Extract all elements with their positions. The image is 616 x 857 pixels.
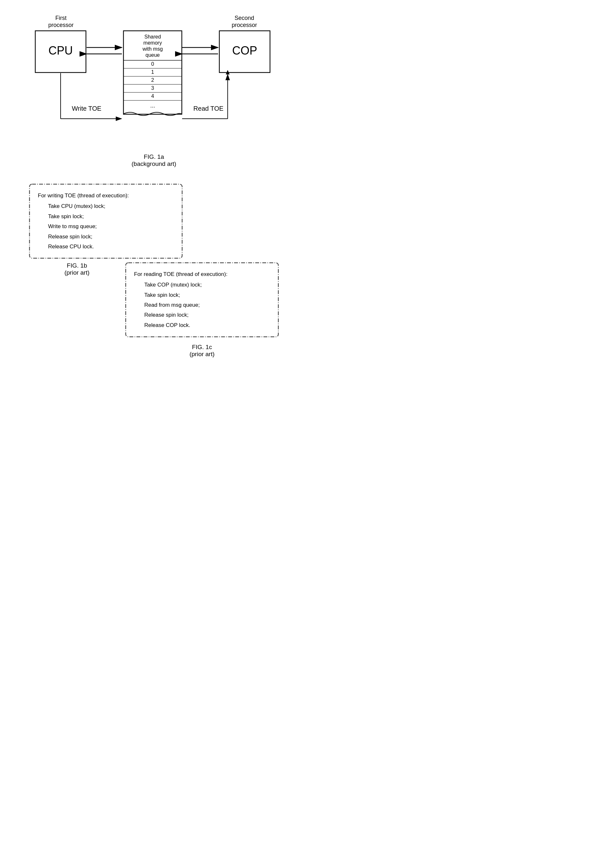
- fig1a-title: FIG. 1a: [131, 153, 176, 161]
- fig1c-line2: Take spin lock;: [144, 290, 270, 300]
- fig1b-content: For writing TOE (thread of execution): T…: [38, 190, 174, 252]
- fig1c-line5: Release COP lock.: [144, 320, 270, 330]
- fig1b-lines: Take CPU (mutex) lock; Take spin lock; W…: [38, 201, 174, 252]
- queue-row-2: 2: [151, 77, 154, 83]
- second-processor-label2: processor: [232, 22, 257, 28]
- fig1b-title: FIG. 1b: [29, 262, 125, 269]
- queue-row-0: 0: [151, 61, 154, 67]
- shared-mem-line3: with msg: [142, 46, 162, 52]
- read-toe-label: Read TOE: [193, 105, 224, 112]
- shared-mem-line4: queue: [145, 52, 160, 58]
- queue-row-dots: ...: [150, 102, 155, 109]
- fig1b-line4: Release spin lock;: [48, 232, 174, 241]
- fig1c-box-title: For reading TOE (thread of execution):: [134, 269, 270, 279]
- fig1c-caption-row: FIG. 1c (prior art): [29, 343, 279, 358]
- fig1a-full: First processor Second processor CPU COP…: [29, 13, 279, 151]
- fig1b-caption-col: FIG. 1b (prior art): [29, 262, 125, 276]
- fig1c-line4: Release spin lock;: [144, 310, 270, 320]
- first-processor-label2: processor: [48, 22, 73, 28]
- cpu-label: CPU: [48, 44, 73, 57]
- fig1b-section: For writing TOE (thread of execution): T…: [29, 184, 279, 259]
- fig1a-subtitle: (background art): [131, 161, 176, 167]
- fig1b-line5: Release CPU lock.: [48, 241, 174, 252]
- fig1b-line3: Write to msg queue;: [48, 221, 174, 231]
- fig1b-caption-block: FIG. 1b (prior art): [29, 262, 125, 276]
- write-toe-label: Write TOE: [72, 105, 101, 112]
- fig1c-lines: Take COP (mutex) lock; Take spin lock; R…: [134, 280, 270, 330]
- queue-row-1: 1: [151, 69, 154, 75]
- fig1b-subtitle: (prior art): [29, 269, 125, 276]
- first-processor-label: First: [56, 15, 67, 21]
- shared-mem-line1: Shared: [144, 34, 161, 39]
- fig1c-content: For reading TOE (thread of execution): T…: [134, 269, 270, 331]
- fig1c-box: For reading TOE (thread of execution): T…: [125, 262, 279, 337]
- fig1c-line1: Take COP (mutex) lock;: [144, 280, 270, 290]
- fig1b-line1: Take CPU (mutex) lock;: [48, 201, 174, 211]
- cop-label: COP: [232, 44, 257, 57]
- fig1c-title: FIG. 1c: [125, 343, 279, 351]
- queue-row-3: 3: [151, 85, 154, 91]
- second-processor-label: Second: [235, 15, 254, 21]
- fig1b-box: For writing TOE (thread of execution): T…: [29, 184, 183, 259]
- fig1b-box-title: For writing TOE (thread of execution):: [38, 190, 174, 201]
- fig1c-subtitle: (prior art): [125, 351, 279, 358]
- fig1a-caption-block: FIG. 1a (background art): [131, 153, 176, 167]
- queue-row-4: 4: [151, 93, 154, 99]
- fig1c-caption-block: FIG. 1c (prior art): [125, 343, 279, 358]
- fig1b-line2: Take spin lock;: [48, 212, 174, 221]
- fig1c-line3: Read from msg queue;: [144, 300, 270, 310]
- fig1bc-row: FIG. 1b (prior art) For reading TOE (thr…: [29, 262, 279, 337]
- shared-mem-line2: memory: [144, 40, 162, 46]
